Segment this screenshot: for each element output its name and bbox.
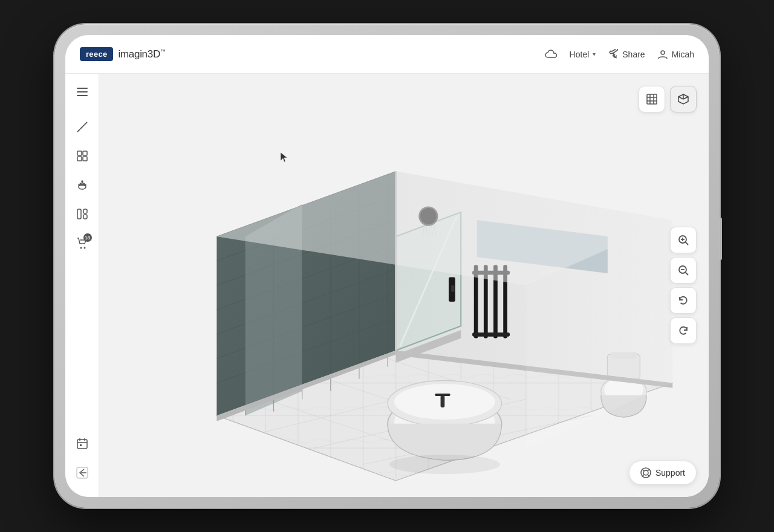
project-name: Hotel (570, 50, 590, 59)
share-button[interactable]: Share (608, 49, 645, 60)
header-logo-area: reece imagin3D™ (80, 47, 166, 61)
share-icon (608, 49, 619, 60)
back-button[interactable] (70, 461, 94, 485)
palette-icon (76, 207, 89, 221)
svg-rect-23 (80, 444, 82, 446)
header: reece imagin3D™ Hotel ▾ (65, 35, 709, 74)
hamburger-menu-button[interactable] (71, 81, 93, 103)
calendar-button[interactable] (70, 432, 94, 456)
reece-logo: reece (80, 47, 113, 61)
fixture-button[interactable] (70, 173, 94, 197)
menu-line-1 (77, 88, 88, 89)
zoom-in-button[interactable] (670, 227, 697, 253)
cart-badge: 18 (83, 233, 92, 242)
share-label: Share (622, 50, 645, 59)
wireframe-view-button[interactable] (639, 86, 665, 112)
svg-line-5 (82, 125, 84, 127)
cloud-save-button[interactable] (544, 50, 558, 59)
svg-line-109 (648, 469, 649, 471)
measure-icon (76, 120, 89, 134)
redo-icon (677, 325, 689, 337)
svg-rect-91 (647, 94, 657, 104)
svg-line-100 (686, 242, 689, 245)
svg-line-97 (683, 97, 688, 99)
project-selector[interactable]: Hotel ▾ (570, 50, 596, 59)
support-label: Support (655, 468, 685, 478)
zoom-in-icon (677, 234, 689, 246)
power-button[interactable] (720, 218, 722, 260)
user-name: Micah (672, 50, 694, 59)
svg-line-111 (648, 475, 649, 476)
calendar-icon (76, 437, 89, 450)
app-name: imagin3D™ (118, 48, 165, 60)
svg-rect-7 (83, 151, 87, 155)
svg-rect-6 (77, 151, 82, 155)
svg-rect-80 (435, 394, 450, 396)
svg-rect-19 (77, 440, 87, 449)
svg-rect-8 (77, 157, 82, 161)
chevron-down-icon: ▾ (593, 51, 596, 57)
svg-point-18 (83, 247, 85, 249)
cube-icon (677, 92, 690, 106)
svg-rect-74 (472, 332, 510, 337)
svg-line-4 (80, 127, 82, 129)
zoom-controls (670, 227, 697, 344)
bathroom-3d-render (99, 74, 709, 497)
grid-layout-button[interactable] (70, 144, 94, 168)
support-button[interactable]: Support (629, 461, 697, 485)
undo-icon (677, 294, 689, 307)
back-icon (76, 466, 89, 479)
svg-line-110 (642, 475, 644, 476)
grid-icon (76, 149, 89, 163)
svg-rect-16 (83, 215, 87, 219)
svg-point-13 (82, 181, 83, 182)
user-menu-button[interactable]: Micah (657, 49, 694, 60)
svg-rect-68 (451, 285, 454, 292)
zoom-out-button[interactable] (670, 257, 697, 284)
svg-line-98 (678, 97, 683, 99)
user-icon (657, 49, 668, 60)
sidebar-top: 18 (70, 81, 94, 429)
menu-line-2 (77, 91, 88, 92)
app-screen: reece imagin3D™ Hotel ▾ (65, 35, 709, 497)
redo-button[interactable] (670, 317, 697, 344)
tablet-frame: reece imagin3D™ Hotel ▾ (54, 24, 720, 508)
svg-rect-79 (441, 395, 445, 407)
svg-point-10 (79, 184, 86, 189)
view-controls (639, 86, 697, 112)
sidebar-bottom (70, 432, 94, 485)
svg-rect-9 (83, 157, 87, 161)
cart-button[interactable]: 18 (70, 231, 94, 255)
svg-line-104 (686, 273, 689, 276)
color-palette-button[interactable] (70, 202, 94, 226)
svg-point-0 (661, 51, 665, 54)
svg-rect-15 (83, 209, 87, 213)
svg-line-2 (77, 129, 80, 132)
canvas-viewport[interactable]: Support (99, 74, 709, 497)
fixture-icon (76, 178, 89, 192)
zoom-out-icon (677, 264, 689, 276)
support-icon (640, 467, 651, 478)
svg-rect-14 (77, 209, 81, 219)
svg-line-3 (85, 122, 87, 125)
svg-point-17 (80, 247, 82, 249)
svg-line-108 (642, 469, 644, 471)
svg-point-78 (394, 384, 495, 420)
sidebar: 18 (65, 74, 99, 497)
cloud-icon (544, 50, 558, 59)
undo-button[interactable] (670, 287, 697, 314)
tablet-screen: reece imagin3D™ Hotel ▾ (65, 35, 709, 497)
wireframe-icon (645, 92, 659, 106)
menu-line-3 (77, 95, 88, 96)
svg-point-107 (643, 470, 648, 475)
3d-view-button[interactable] (670, 86, 697, 112)
svg-point-89 (389, 455, 500, 474)
main-layout: 18 (65, 74, 709, 497)
header-actions: Hotel ▾ Share (544, 49, 694, 60)
measure-tool-button[interactable] (70, 115, 94, 139)
